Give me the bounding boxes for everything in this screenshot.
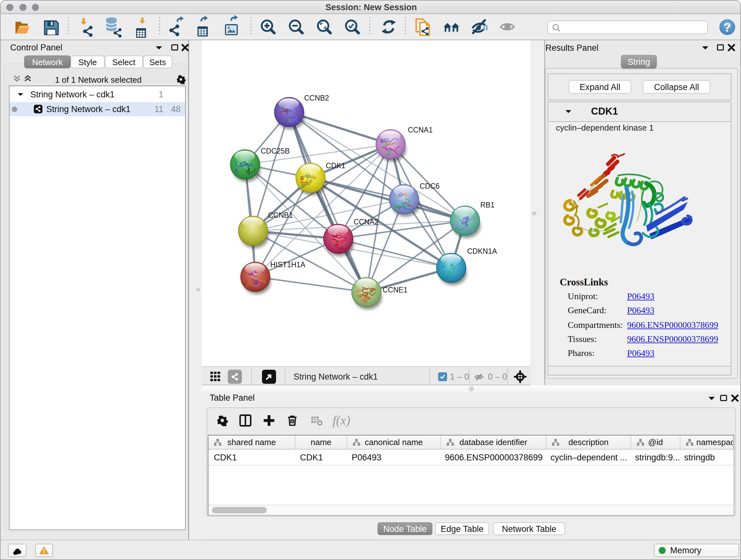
svg-text:?: ? (724, 20, 731, 34)
svg-text:HIST1H1A: HIST1H1A (270, 260, 306, 269)
svg-text:CCNB2: CCNB2 (304, 94, 329, 102)
svg-text:CCNE1: CCNE1 (383, 286, 408, 294)
svg-text:CCNB1: CCNB1 (268, 211, 293, 219)
svg-text:CCNA1: CCNA1 (408, 126, 433, 134)
svg-text:CDKN1A: CDKN1A (467, 247, 497, 255)
svg-text:CCNA2: CCNA2 (354, 218, 379, 226)
svg-text:RB1: RB1 (480, 201, 495, 209)
svg-text:CDC6: CDC6 (420, 182, 440, 190)
svg-text:CDK1: CDK1 (326, 162, 345, 170)
svg-text:CDC25B: CDC25B (261, 147, 290, 155)
